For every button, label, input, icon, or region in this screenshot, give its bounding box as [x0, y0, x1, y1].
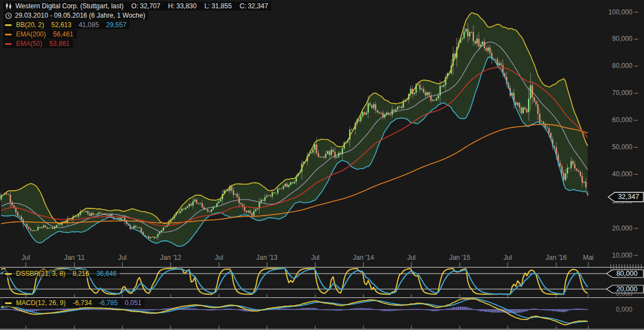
ema50-legend-dash-icon [5, 43, 12, 45]
ema50-value: 53,861 [49, 40, 70, 48]
dssbr-value1: 8,216 [72, 270, 89, 277]
open-value: 32,707 [140, 2, 161, 10]
price-axis-label: 10,000 [600, 252, 632, 259]
instrument-title-row: Western Digital Corp. (Stuttgart, last) … [3, 2, 271, 11]
price-axis-label: 20,000 [600, 225, 632, 232]
low-label: L: [204, 2, 210, 10]
time-axis-label: Jul [22, 254, 30, 261]
ema50-label: EMA(50) [16, 40, 42, 48]
legend-dssbr[interactable]: DSSBR(21, 3, 8) 8,216 36,646 [3, 269, 120, 278]
legend-ema200[interactable]: EMA(200) 56,461 [3, 30, 77, 39]
price-axis-label: 90,000 [600, 35, 632, 43]
chart-canvas[interactable] [0, 0, 644, 330]
dssbr-upper-tag-value: 80,000 [613, 269, 641, 278]
macd-value1: -6,734 [73, 299, 92, 307]
time-axis-label: Jan '14 [353, 254, 374, 261]
chart-window: Western Digital Corp. (Stuttgart, last) … [0, 0, 644, 330]
time-axis-label: Jan '13 [256, 254, 277, 261]
instrument-title: Western Digital Corp. (Stuttgart, last) [15, 2, 124, 10]
time-axis-label: Jan '16 [546, 254, 567, 261]
dssbr-legend-dash-icon [5, 273, 12, 275]
time-axis-label: Jul [311, 254, 319, 261]
main-price-pane[interactable] [1, 13, 589, 247]
price-axis-label: 80,000 [600, 62, 632, 70]
bollinger-middle-value: 41,085 [78, 21, 99, 29]
bollinger-label: BB(20, 2) [16, 21, 44, 29]
close-value: 32,347 [248, 2, 268, 10]
legend-ema50[interactable]: EMA(50) 53,861 [3, 39, 73, 48]
last-price-tag-value: 32,347 [615, 192, 642, 202]
dssbr-value2: 36,646 [96, 270, 117, 277]
time-axis-label: Jan '11 [64, 254, 85, 261]
ema200-label: EMA(200) [16, 30, 46, 38]
last-price-axis-tag[interactable]: 32,347 [608, 192, 644, 202]
price-axis-label: 50,000 [600, 144, 632, 151]
bollinger-upper-value: 52,613 [51, 21, 72, 29]
time-axis-label: Jan '12 [160, 254, 181, 261]
macd-label: MACD(12, 26, 9) [16, 299, 66, 307]
macd-zero-label: 0,000 [600, 306, 632, 313]
period-row: 29.03.2010 - 09.05.2016 (6 Jahre, 1 Woch… [3, 11, 149, 20]
macd-value2: -6,785 [99, 299, 118, 307]
low-value: 31,855 [212, 2, 232, 10]
price-axis-label: 60,000 [600, 117, 632, 124]
time-axis-label: Jul [215, 254, 223, 261]
dssbr-lower-tag-value: 20,000 [613, 285, 641, 294]
close-label: C: [240, 2, 246, 10]
candlestick-icon [5, 2, 13, 10]
open-label: O: [131, 2, 139, 10]
time-axis-label: Jul [118, 254, 126, 261]
bollinger-legend-dash-icon [5, 24, 12, 26]
clock-icon [5, 12, 12, 19]
bollinger-lower-value: 29,557 [106, 21, 126, 29]
macd-value3: 0,051 [125, 299, 141, 307]
dssbr-label: DSSBR(21, 3, 8) [16, 270, 65, 277]
ema200-legend-dash-icon [5, 34, 12, 35]
high-label: H: [168, 2, 175, 10]
time-axis-label: Mai [583, 254, 593, 261]
price-axis-label: 70,000 [600, 90, 632, 97]
ema200-value: 56,461 [53, 30, 73, 38]
macd-legend-dash-icon [5, 302, 12, 304]
time-axis-label: Jul [407, 254, 415, 261]
price-axis-label: 40,000 [600, 171, 632, 178]
time-axis-label: Jan '15 [449, 254, 470, 261]
period-text: 29.03.2010 - 09.05.2016 (6 Jahre, 1 Woch… [15, 12, 145, 19]
legend-macd[interactable]: MACD(12, 26, 9) -6,734 -6,785 0,051 [3, 298, 145, 307]
time-axis-label: Jul [503, 254, 511, 261]
dssbr-upper-level-tag[interactable]: 80,000 [606, 269, 644, 278]
price-axis-label: 100,000 [600, 9, 632, 16]
legend-bollinger[interactable]: BB(20, 2) 52,613 41,085 29,557 [3, 20, 130, 29]
high-value: 33,830 [176, 2, 197, 10]
dssbr-lower-level-tag[interactable]: 20,000 [606, 285, 644, 294]
